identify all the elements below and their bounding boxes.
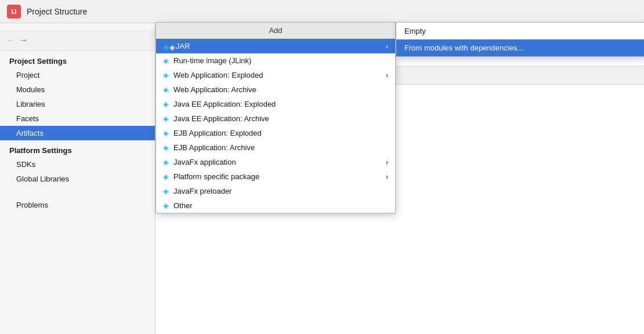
ejb-archive-icon: ◈	[163, 143, 169, 152]
sidebar-item-sdks[interactable]: SDKs	[0, 157, 155, 172]
jar-empty-label: Empty	[404, 27, 426, 35]
web-exploded-icon: ◈	[163, 71, 169, 79]
sidebar: ← → Project Settings Project Modules Lib…	[0, 23, 155, 334]
jar-submenu-empty[interactable]: Empty	[396, 23, 644, 39]
window-title: Project Structure	[27, 7, 87, 16]
web-exploded-arrow: ›	[386, 71, 388, 79]
add-menu-item-web-exploded-label: Web Application: Exploded	[173, 71, 263, 79]
app-icon: IJ	[7, 5, 21, 19]
add-menu-item-other[interactable]: ◈ Other	[156, 198, 395, 213]
add-menu-item-javaee-exploded-label: Java EE Application: Exploded	[173, 100, 276, 108]
add-menu-item-web-archive[interactable]: ◈ Web Application: Archive	[156, 82, 395, 97]
add-menu-item-ejb-archive[interactable]: ◈ EJB Application: Archive	[156, 140, 395, 155]
add-menu-item-web-exploded[interactable]: ◈ Web Application: Exploded ›	[156, 68, 395, 82]
back-arrow[interactable]: ←	[6, 35, 15, 45]
add-menu-header: Add	[156, 23, 395, 39]
add-menu-item-javafx-preloader[interactable]: ◈ JavaFx preloader	[156, 184, 395, 198]
add-menu-item-jar-label: JAR	[176, 42, 190, 50]
sidebar-item-facets[interactable]: Facets	[0, 111, 155, 126]
javaee-exploded-icon: ◈	[163, 100, 169, 108]
sidebar-item-problems[interactable]: Problems	[0, 198, 155, 212]
add-menu-item-javaee-exploded[interactable]: ◈ Java EE Application: Exploded	[156, 97, 395, 111]
title-bar: IJ Project Structure	[0, 0, 644, 23]
ejb-exploded-icon: ◈	[163, 129, 169, 137]
other-icon: ◈	[163, 201, 169, 210]
jar-submenu[interactable]: Empty From modules with dependencies...	[396, 22, 644, 57]
javafx-icon: ◈	[163, 158, 169, 166]
javafx-preloader-icon: ◈	[163, 187, 169, 195]
nav-arrows: ← →	[0, 29, 155, 51]
add-menu-item-javafx[interactable]: ◈ JavaFx application ›	[156, 155, 395, 169]
platform-icon: ◈	[163, 172, 169, 181]
add-menu-item-javafx-preloader-label: JavaFx preloader	[173, 187, 231, 195]
add-menu-item-web-archive-label: Web Application: Archive	[173, 85, 256, 94]
project-settings-header: Project Settings	[0, 51, 155, 68]
add-menu[interactable]: Add ◈ JAR › ◈ Run-time image (JLink) ◈ W…	[155, 22, 396, 213]
add-menu-item-ejb-exploded-label: EJB Application: Exploded	[173, 129, 262, 137]
sidebar-item-global-libraries[interactable]: Global Libraries	[0, 172, 155, 186]
add-menu-item-jar[interactable]: ◈ JAR ›	[156, 39, 395, 53]
add-menu-item-ejb-archive-label: EJB Application: Archive	[173, 143, 255, 152]
sidebar-item-project[interactable]: Project	[0, 68, 155, 82]
javaee-archive-icon: ◈	[163, 114, 169, 123]
platform-arrow: ›	[386, 173, 388, 181]
forward-arrow[interactable]: →	[19, 35, 28, 45]
sidebar-item-artifacts[interactable]: Artifacts	[0, 126, 155, 140]
add-menu-item-platform[interactable]: ◈ Platform specific package ›	[156, 169, 395, 184]
add-menu-item-runtime-label: Run-time image (JLink)	[173, 56, 251, 65]
javafx-arrow: ›	[386, 158, 388, 166]
add-menu-item-javafx-label: JavaFx application	[173, 158, 236, 166]
jar-submenu-from-modules[interactable]: From modules with dependencies...	[396, 39, 644, 56]
jar-from-modules-label: From modules with dependencies...	[404, 43, 523, 52]
add-menu-item-ejb-exploded[interactable]: ◈ EJB Application: Exploded	[156, 126, 395, 140]
add-menu-item-platform-label: Platform specific package	[173, 172, 259, 181]
sidebar-item-libraries[interactable]: Libraries	[0, 97, 155, 111]
add-menu-item-javaee-archive[interactable]: ◈ Java EE Application: Archive	[156, 111, 395, 126]
platform-settings-header: Platform Settings	[0, 140, 155, 157]
jar-submenu-arrow: ›	[386, 42, 388, 50]
runtime-icon: ◈	[163, 56, 169, 65]
add-menu-item-runtime[interactable]: ◈ Run-time image (JLink)	[156, 53, 395, 68]
add-menu-item-javaee-archive-label: Java EE Application: Archive	[173, 114, 269, 123]
sidebar-item-modules[interactable]: Modules	[0, 82, 155, 97]
jar-icon: ◈	[163, 42, 171, 50]
add-menu-item-other-label: Other	[173, 201, 193, 210]
web-archive-icon: ◈	[163, 85, 169, 94]
